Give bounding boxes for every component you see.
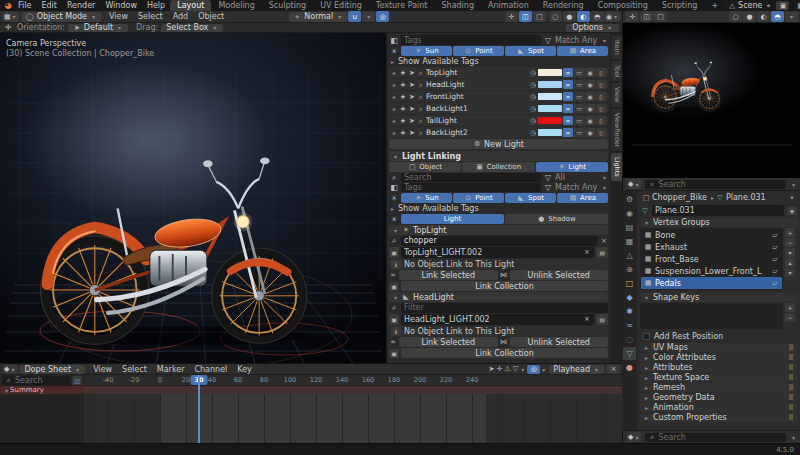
viewport-visibility-icon[interactable]: ▭: [574, 68, 584, 77]
only-errors-icon[interactable]: ⚠: [503, 365, 511, 373]
scene-selector[interactable]: △ Scene ⌖: [725, 1, 775, 10]
linking-filter-point[interactable]: ⊙Point: [453, 193, 504, 203]
workspace-tab-uv-editing[interactable]: UV Editing: [313, 0, 369, 11]
clear-icon[interactable]: ×: [600, 237, 608, 245]
section-texture-space[interactable]: ▸Texture Space⠿: [640, 373, 798, 382]
lock-icon[interactable]: ▱: [771, 255, 779, 263]
group-header[interactable]: ▾ ☀ TopLight: [389, 225, 608, 235]
remove-shape-key-button[interactable]: −: [785, 313, 795, 322]
linking-filter-spot[interactable]: ◣Spot: [505, 193, 556, 203]
isolate-icon[interactable]: ⌕: [417, 117, 425, 125]
shading-settings-button[interactable]: ◉▾: [605, 11, 620, 22]
render-visibility-icon[interactable]: ◉: [585, 104, 595, 113]
delete-light-icon[interactable]: ▯: [596, 68, 606, 77]
light-row[interactable]: ▸★➤⌕ HeadLight ◷ ∞ ▭◉▯: [389, 79, 608, 90]
vertex-group-row[interactable]: ▦ Exhaust ▱: [641, 241, 782, 253]
link-toggle[interactable]: ∞: [563, 128, 573, 137]
linking-show-available-tags-toggle[interactable]: ▸ Show Available Tags: [389, 204, 608, 213]
xray-toggle[interactable]: □: [654, 11, 667, 22]
linking-filter-sun[interactable]: ☀Sun: [401, 193, 452, 203]
breadcrumb-data[interactable]: Plane.031: [726, 193, 766, 202]
playhead-snap-dropdown[interactable]: Playhead▾: [549, 365, 604, 374]
viewport-visibility-icon[interactable]: ▭: [574, 128, 584, 137]
menu-object[interactable]: Object: [193, 12, 229, 21]
render-visibility-icon[interactable]: ◉: [585, 116, 595, 125]
link-selected-button[interactable]: Link Selected: [399, 270, 498, 280]
viewport-3d[interactable]: Camera Perspective (30) Scene Collection…: [0, 33, 386, 363]
receiver-collection-field[interactable]: HeadLight_LIGHT.002 ×: [401, 314, 594, 325]
new-collection-button[interactable]: ▤: [596, 314, 608, 325]
dope-sheet-content[interactable]: [0, 394, 622, 444]
menu-edit[interactable]: Edit: [36, 1, 62, 10]
isolate-icon[interactable]: ⌕: [417, 93, 425, 101]
workspace-tab-modeling[interactable]: Modeling: [211, 0, 261, 11]
tab-physics[interactable]: ∞: [623, 319, 636, 332]
light-color-swatch[interactable]: [538, 129, 562, 136]
editor-type-button[interactable]: ◆▾: [3, 365, 17, 374]
menu-window[interactable]: Window: [100, 1, 142, 10]
tab-tool[interactable]: ⚙: [623, 193, 636, 206]
dope-sheet-mode-dropdown[interactable]: Dope Sheet▾: [20, 365, 85, 374]
menu-view[interactable]: View: [88, 365, 117, 374]
filter-sun-button[interactable]: ☀Sun: [401, 46, 452, 56]
star-icon[interactable]: ★: [399, 117, 407, 125]
sidebar-tab-item[interactable]: Item: [611, 36, 622, 59]
group-filter-input[interactable]: [401, 236, 598, 246]
delete-light-icon[interactable]: ▯: [596, 116, 606, 125]
proportional-edit-toggle[interactable]: ◎: [527, 365, 540, 374]
render-visibility-icon[interactable]: ◉: [585, 128, 595, 137]
clock-icon[interactable]: ◷: [529, 93, 537, 101]
vertex-group-row-selected[interactable]: ▦ Pedals ▱: [641, 277, 782, 289]
section-attributes[interactable]: ▸Attributes⠿: [640, 363, 798, 372]
light-row[interactable]: ▸★➤⌕ BackLight1 ◷ ∞ ▭◉▯: [389, 103, 608, 114]
linking-search-input[interactable]: [401, 173, 541, 182]
vertex-group-row[interactable]: ▦ Bone ▱: [641, 229, 782, 241]
snap-settings-button[interactable]: ▾: [362, 11, 375, 22]
section-uv-maps[interactable]: ▸UV Maps⠿: [640, 343, 798, 352]
tab-modifiers[interactable]: ◆: [623, 291, 636, 304]
light-color-swatch[interactable]: [538, 93, 562, 100]
tab-output[interactable]: ▤: [623, 221, 636, 234]
sidebar-tab-lights[interactable]: Lights: [611, 153, 622, 181]
section-animation[interactable]: ▸Animation⠿: [640, 403, 798, 412]
link-selected-button[interactable]: Link Selected: [399, 337, 498, 347]
editor-type-button[interactable]: ◆▾: [627, 432, 641, 442]
add-workspace-button[interactable]: +: [704, 0, 725, 11]
linking-tags-filter-dropdown[interactable]: Match Any: [555, 183, 599, 192]
menu-marker[interactable]: Marker: [152, 365, 190, 374]
linking-filter-area[interactable]: ▤Area: [557, 193, 608, 203]
vertex-group-row[interactable]: ▦ Suspension_Lower_Front_L ▱: [641, 265, 782, 277]
view-layer-selector[interactable]: ▦ View Layer: [793, 1, 800, 10]
pin-icon[interactable]: ⌖: [764, 2, 772, 10]
menu-select[interactable]: Select: [117, 365, 152, 374]
active-tool-icon[interactable]: ✛: [3, 23, 13, 32]
tab-particles[interactable]: ✱: [623, 305, 636, 318]
light-color-swatch[interactable]: [538, 69, 562, 76]
new-light-button[interactable]: ⚙ New Light: [389, 139, 608, 149]
group-header[interactable]: ▾ ◣ HeadLight: [389, 292, 608, 302]
nla-action-unlink-button[interactable]: ×: [607, 365, 620, 374]
tab-scene[interactable]: △: [623, 249, 636, 262]
select-icon[interactable]: ➤: [408, 129, 416, 137]
section-color-attributes[interactable]: ▸Color Attributes⠿: [640, 353, 798, 362]
sidebar-tab-viewfinder[interactable]: Viewfinder: [611, 109, 622, 151]
select-icon[interactable]: ➤: [408, 69, 416, 77]
lock-icon[interactable]: ▱: [771, 267, 779, 275]
menu-key[interactable]: Key: [232, 365, 257, 374]
select-icon[interactable]: ➤: [408, 117, 416, 125]
shading-wireframe-button[interactable]: ○: [549, 11, 562, 22]
expand-icon[interactable]: ▸: [391, 69, 398, 76]
star-icon[interactable]: ★: [399, 129, 407, 137]
linking-search-filter-dropdown[interactable]: All: [555, 173, 599, 182]
add-vertex-group-button[interactable]: +: [785, 228, 795, 237]
shading-solid-button[interactable]: ●: [563, 11, 576, 22]
clock-icon[interactable]: ◷: [529, 69, 537, 77]
star-icon[interactable]: ★: [399, 93, 407, 101]
link-toggle[interactable]: ∞: [563, 68, 573, 77]
section-remesh[interactable]: ▸Remesh⠿: [640, 383, 798, 392]
workspace-tab-sculpting[interactable]: Sculpting: [262, 0, 313, 11]
render-visibility-icon[interactable]: ◉: [585, 68, 595, 77]
select-icon[interactable]: ➤: [408, 81, 416, 89]
move-up-button[interactable]: ▴: [785, 258, 795, 267]
section-geometry-data[interactable]: ▸Geometry Data⠿: [640, 393, 798, 402]
